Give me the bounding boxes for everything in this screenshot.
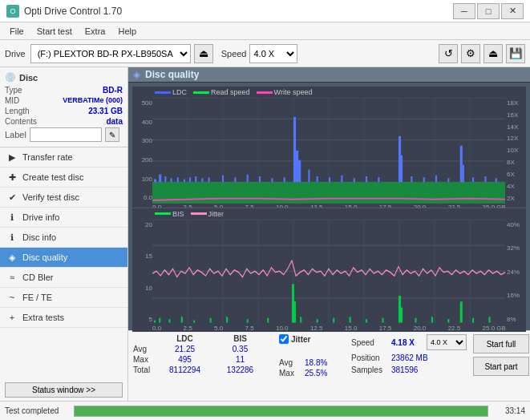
charts-container: LDC Read speed Write speed 500	[128, 83, 530, 330]
svg-rect-46	[435, 176, 437, 182]
menu-starttest[interactable]: Start test	[30, 25, 79, 38]
svg-rect-51	[484, 176, 486, 182]
menu-extra[interactable]: Extra	[79, 25, 112, 38]
chart1-y-axis-right: 18X 16X 14X 12X 10X 8X 6X 4X 2X	[505, 98, 526, 204]
svg-rect-28	[247, 175, 249, 183]
svg-rect-69	[168, 319, 170, 322]
y2r-label-40: 40%	[507, 221, 526, 228]
close-button[interactable]: ✕	[501, 3, 524, 19]
fe-te-icon: ~	[6, 292, 18, 303]
sidebar-item-disc-quality[interactable]: ◈ Disc quality	[0, 248, 127, 268]
menu-file[interactable]: File	[3, 25, 30, 38]
disc-label-input[interactable]	[30, 127, 102, 142]
disc-contents-row: Contents data	[5, 117, 123, 126]
y1r-label-4x: 4X	[507, 183, 526, 190]
disc-quality-header-icon: ◈	[133, 69, 140, 80]
svg-rect-87	[431, 317, 433, 322]
settings-button[interactable]: ⚙	[461, 44, 480, 63]
speed-val: 4.18 X	[391, 338, 423, 347]
svg-rect-72	[210, 317, 212, 322]
speed-select[interactable]: 4.0 X	[249, 44, 297, 63]
y2r-label-32: 32%	[507, 244, 526, 252]
disc-contents-key: Contents	[5, 117, 37, 126]
menu-help[interactable]: Help	[111, 25, 143, 38]
svg-rect-27	[234, 177, 236, 182]
x2-150: 15.0	[345, 325, 358, 332]
y1-label-200: 200	[132, 156, 152, 164]
stats-bis-avg: 0.35	[214, 345, 266, 353]
disc-header: 💿 Disc	[5, 72, 123, 83]
sidebar-item-transfer-rate[interactable]: ▶ Transfer rate	[0, 147, 127, 168]
sidebar-item-verify-test-disc[interactable]: ✔ Verify test disc	[0, 188, 127, 208]
speed-select-stats[interactable]: 4.0 X	[427, 334, 467, 350]
content-header: ◈ Disc quality	[128, 67, 530, 83]
sidebar-item-label-transfer-rate: Transfer rate	[22, 152, 73, 162]
svg-rect-23	[195, 176, 196, 182]
y2r-label-16: 16%	[507, 292, 526, 299]
disc-contents-val: data	[106, 117, 123, 126]
x2-0: 0.0	[152, 325, 161, 332]
eject-button[interactable]: ⏏	[194, 44, 213, 63]
sidebar: 💿 Disc Type BD-R MID VERBATIMe (000) Len…	[0, 67, 128, 401]
svg-rect-43	[401, 155, 403, 182]
titlebar-controls: ─ □ ✕	[453, 3, 524, 19]
save-button[interactable]: 💾	[506, 44, 525, 63]
svg-rect-32	[293, 117, 296, 182]
drive-label: Drive	[5, 49, 26, 59]
samples-key: Samples	[351, 365, 388, 374]
minimize-button[interactable]: ─	[453, 3, 475, 19]
x2-50: 5.0	[214, 325, 223, 332]
sidebar-item-drive-info[interactable]: ℹ Drive info	[0, 208, 127, 228]
jitter-checkbox[interactable]	[279, 334, 289, 344]
ldc-label: LDC	[172, 88, 187, 96]
stats-bar: LDC BIS Avg 21.25 0.35 Max 495 11 Total …	[128, 330, 530, 401]
svg-rect-29	[259, 176, 261, 182]
sidebar-item-cd-bler[interactable]: ≈ CD Bler	[0, 268, 127, 288]
y1-label-0: 0.0	[132, 194, 152, 201]
y2-label-15: 15	[132, 252, 152, 260]
y1-label-400: 400	[132, 119, 152, 126]
disc-length-val: 23.31 GB	[88, 107, 123, 115]
start-full-button[interactable]: Start full	[473, 334, 529, 353]
svg-marker-15	[152, 182, 505, 203]
svg-rect-79	[317, 319, 318, 322]
ldc-color	[155, 91, 171, 94]
y2-label-20: 20	[132, 221, 152, 228]
drive-select[interactable]: (F:) PLEXTOR BD-R PX-LB950SA 1.06	[30, 44, 191, 63]
disc-mid-val: VERBATIMe (000)	[63, 96, 123, 105]
status-window-button[interactable]: Status window >>	[5, 382, 123, 398]
svg-rect-34	[298, 160, 301, 182]
sidebar-item-label-create-test-disc: Create test disc	[22, 172, 83, 182]
svg-rect-52	[496, 178, 497, 182]
position-val: 23862 MB	[391, 353, 439, 362]
legend-write-speed: Write speed	[257, 88, 313, 96]
svg-rect-77	[294, 301, 296, 322]
disc-label-edit-button[interactable]: ✎	[105, 127, 119, 142]
speed-label: Speed	[221, 49, 247, 59]
start-part-button[interactable]: Start part	[473, 357, 529, 376]
disc-label-row: Label ✎	[5, 127, 123, 142]
jitter-label-legend: Jitter	[208, 210, 225, 218]
eject2-button[interactable]: ⏏	[483, 44, 503, 63]
svg-rect-24	[201, 178, 203, 182]
titlebar-left: O Opti Drive Control 1.70	[6, 5, 122, 18]
sidebar-item-label-verify-test-disc: Verify test disc	[22, 192, 79, 202]
x2-25: 2.5	[183, 325, 192, 332]
legend-bis: BIS	[155, 210, 184, 218]
svg-rect-50	[472, 177, 474, 182]
sidebar-item-extra-tests[interactable]: + Extra tests	[0, 308, 127, 328]
sidebar-item-create-test-disc[interactable]: ✚ Create test disc	[0, 168, 127, 188]
sidebar-item-disc-info[interactable]: ℹ Disc info	[0, 228, 127, 248]
speed-position-section: Speed 4.18 X 4.0 X Position 23862 MB Sam…	[351, 334, 467, 374]
cd-bler-icon: ≈	[6, 272, 18, 283]
svg-rect-68	[159, 317, 160, 322]
refresh-button[interactable]: ↺	[439, 44, 458, 63]
sidebar-item-fe-te[interactable]: ~ FE / TE	[0, 288, 127, 308]
drive-info-icon: ℹ	[6, 212, 18, 223]
read-speed-label: Read speed	[211, 88, 250, 96]
svg-rect-26	[222, 176, 224, 182]
svg-rect-18	[164, 176, 166, 182]
maximize-button[interactable]: □	[477, 3, 500, 19]
chart2-svg	[152, 220, 505, 325]
position-row: Position 23862 MB	[351, 353, 467, 362]
